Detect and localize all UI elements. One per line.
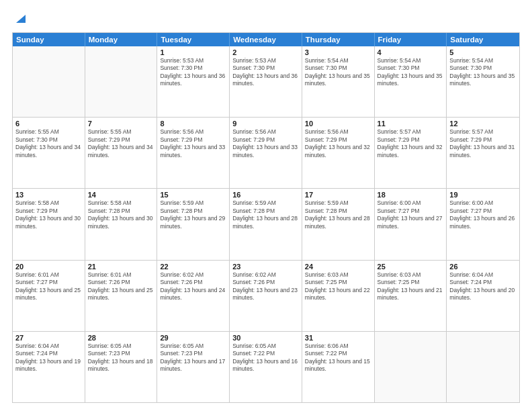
cal-cell (13, 46, 85, 117)
cal-cell: 31Sunrise: 6:06 AM Sunset: 7:22 PM Dayli… (302, 332, 375, 402)
cal-cell: 10Sunrise: 5:56 AM Sunset: 7:29 PM Dayli… (302, 118, 375, 188)
cal-cell: 6Sunrise: 5:55 AM Sunset: 7:30 PM Daylig… (13, 118, 85, 188)
cal-row: 1Sunrise: 5:53 AM Sunset: 7:30 PM Daylig… (13, 46, 519, 117)
day-info: Sunrise: 6:00 AM Sunset: 7:27 PM Dayligh… (378, 199, 444, 230)
cal-cell: 9Sunrise: 5:56 AM Sunset: 7:29 PM Daylig… (230, 118, 302, 188)
day-info: Sunrise: 6:03 AM Sunset: 7:25 PM Dayligh… (378, 271, 444, 302)
day-info: Sunrise: 5:53 AM Sunset: 7:30 PM Dayligh… (232, 57, 299, 88)
svg-marker-0 (16, 15, 26, 23)
day-info: Sunrise: 5:56 AM Sunset: 7:29 PM Dayligh… (305, 128, 371, 159)
cal-header-cell: Sunday (13, 33, 85, 46)
day-number: 9 (232, 120, 299, 128)
day-info: Sunrise: 5:57 AM Sunset: 7:29 PM Dayligh… (378, 128, 444, 159)
calendar-header: SundayMondayTuesdayWednesdayThursdayFrid… (13, 33, 519, 46)
day-number: 21 (88, 263, 154, 271)
day-info: Sunrise: 6:04 AM Sunset: 7:24 PM Dayligh… (15, 342, 82, 373)
cal-cell: 27Sunrise: 6:04 AM Sunset: 7:24 PM Dayli… (13, 332, 85, 402)
cal-cell: 21Sunrise: 6:01 AM Sunset: 7:26 PM Dayli… (85, 261, 158, 331)
day-info: Sunrise: 5:55 AM Sunset: 7:30 PM Dayligh… (15, 128, 82, 159)
cal-cell: 30Sunrise: 6:05 AM Sunset: 7:22 PM Dayli… (230, 332, 302, 402)
day-info: Sunrise: 5:56 AM Sunset: 7:29 PM Dayligh… (160, 128, 226, 159)
cal-cell: 1Sunrise: 5:53 AM Sunset: 7:30 PM Daylig… (157, 46, 230, 117)
day-number: 17 (305, 191, 371, 199)
day-info: Sunrise: 6:02 AM Sunset: 7:26 PM Dayligh… (232, 271, 299, 302)
cal-cell: 18Sunrise: 6:00 AM Sunset: 7:27 PM Dayli… (375, 189, 447, 259)
day-info: Sunrise: 5:53 AM Sunset: 7:30 PM Dayligh… (160, 57, 226, 88)
cal-header-cell: Tuesday (157, 33, 230, 46)
cal-cell: 24Sunrise: 6:03 AM Sunset: 7:25 PM Dayli… (302, 261, 375, 331)
cal-cell: 11Sunrise: 5:57 AM Sunset: 7:29 PM Dayli… (375, 118, 447, 188)
cal-header-cell: Wednesday (230, 33, 302, 46)
day-info: Sunrise: 5:58 AM Sunset: 7:29 PM Dayligh… (15, 199, 82, 230)
day-number: 31 (305, 334, 371, 342)
day-info: Sunrise: 6:01 AM Sunset: 7:26 PM Dayligh… (88, 271, 154, 302)
day-info: Sunrise: 6:05 AM Sunset: 7:22 PM Dayligh… (232, 342, 299, 373)
day-number: 3 (305, 48, 371, 56)
day-info: Sunrise: 6:00 AM Sunset: 7:27 PM Dayligh… (449, 199, 517, 230)
day-number: 6 (15, 120, 82, 128)
day-info: Sunrise: 5:56 AM Sunset: 7:29 PM Dayligh… (232, 128, 299, 159)
day-number: 23 (232, 263, 299, 271)
cal-cell: 29Sunrise: 6:05 AM Sunset: 7:23 PM Dayli… (157, 332, 230, 402)
day-info: Sunrise: 5:54 AM Sunset: 7:30 PM Dayligh… (378, 57, 444, 88)
day-number: 14 (88, 191, 154, 199)
cal-cell: 15Sunrise: 5:59 AM Sunset: 7:28 PM Dayli… (157, 189, 230, 259)
cal-cell: 12Sunrise: 5:57 AM Sunset: 7:29 PM Dayli… (447, 118, 519, 188)
day-info: Sunrise: 6:05 AM Sunset: 7:23 PM Dayligh… (160, 342, 226, 373)
day-info: Sunrise: 5:57 AM Sunset: 7:29 PM Dayligh… (449, 128, 517, 159)
day-info: Sunrise: 6:06 AM Sunset: 7:22 PM Dayligh… (305, 342, 371, 373)
day-number: 19 (449, 191, 517, 199)
cal-cell: 19Sunrise: 6:00 AM Sunset: 7:27 PM Dayli… (447, 189, 519, 259)
day-info: Sunrise: 6:05 AM Sunset: 7:23 PM Dayligh… (88, 342, 154, 373)
cal-cell: 13Sunrise: 5:58 AM Sunset: 7:29 PM Dayli… (13, 189, 85, 259)
day-number: 18 (378, 191, 444, 199)
day-number: 5 (449, 48, 517, 56)
day-number: 2 (232, 48, 299, 56)
cal-cell: 23Sunrise: 6:02 AM Sunset: 7:26 PM Dayli… (230, 261, 302, 331)
logo (12, 11, 28, 26)
cal-header-cell: Monday (85, 33, 158, 46)
day-number: 22 (160, 263, 226, 271)
cal-cell: 2Sunrise: 5:53 AM Sunset: 7:30 PM Daylig… (230, 46, 302, 117)
day-info: Sunrise: 5:58 AM Sunset: 7:28 PM Dayligh… (88, 199, 154, 230)
cal-cell: 14Sunrise: 5:58 AM Sunset: 7:28 PM Dayli… (85, 189, 158, 259)
day-number: 13 (15, 191, 82, 199)
day-number: 26 (449, 263, 517, 271)
calendar-body: 1Sunrise: 5:53 AM Sunset: 7:30 PM Daylig… (13, 46, 519, 402)
day-number: 16 (232, 191, 299, 199)
cal-cell: 26Sunrise: 6:04 AM Sunset: 7:24 PM Dayli… (447, 261, 519, 331)
cal-cell (447, 332, 519, 402)
day-number: 8 (160, 120, 226, 128)
day-number: 20 (15, 263, 82, 271)
cal-header-cell: Friday (375, 33, 447, 46)
day-number: 28 (88, 334, 154, 342)
calendar: SundayMondayTuesdayWednesdayThursdayFrid… (12, 32, 520, 403)
logo-icon (13, 11, 28, 26)
cal-cell: 3Sunrise: 5:54 AM Sunset: 7:30 PM Daylig… (302, 46, 375, 117)
cal-cell: 28Sunrise: 6:05 AM Sunset: 7:23 PM Dayli… (85, 332, 158, 402)
cal-cell: 8Sunrise: 5:56 AM Sunset: 7:29 PM Daylig… (157, 118, 230, 188)
day-number: 15 (160, 191, 226, 199)
day-info: Sunrise: 5:59 AM Sunset: 7:28 PM Dayligh… (305, 199, 371, 230)
cal-cell (85, 46, 158, 117)
cal-header-cell: Thursday (302, 33, 375, 46)
day-info: Sunrise: 6:01 AM Sunset: 7:27 PM Dayligh… (15, 271, 82, 302)
day-number: 11 (378, 120, 444, 128)
day-number: 10 (305, 120, 371, 128)
cal-row: 27Sunrise: 6:04 AM Sunset: 7:24 PM Dayli… (13, 331, 519, 402)
header (12, 11, 520, 26)
day-number: 29 (160, 334, 226, 342)
day-number: 7 (88, 120, 154, 128)
cal-row: 6Sunrise: 5:55 AM Sunset: 7:30 PM Daylig… (13, 117, 519, 188)
day-info: Sunrise: 6:03 AM Sunset: 7:25 PM Dayligh… (305, 271, 371, 302)
cal-header-cell: Saturday (447, 33, 519, 46)
day-number: 12 (449, 120, 517, 128)
cal-cell: 20Sunrise: 6:01 AM Sunset: 7:27 PM Dayli… (13, 261, 85, 331)
day-info: Sunrise: 6:02 AM Sunset: 7:26 PM Dayligh… (160, 271, 226, 302)
cal-cell: 4Sunrise: 5:54 AM Sunset: 7:30 PM Daylig… (375, 46, 447, 117)
day-info: Sunrise: 5:59 AM Sunset: 7:28 PM Dayligh… (160, 199, 226, 230)
cal-cell (375, 332, 447, 402)
day-info: Sunrise: 5:55 AM Sunset: 7:29 PM Dayligh… (88, 128, 154, 159)
page: SundayMondayTuesdayWednesdayThursdayFrid… (0, 0, 532, 411)
cal-cell: 22Sunrise: 6:02 AM Sunset: 7:26 PM Dayli… (157, 261, 230, 331)
